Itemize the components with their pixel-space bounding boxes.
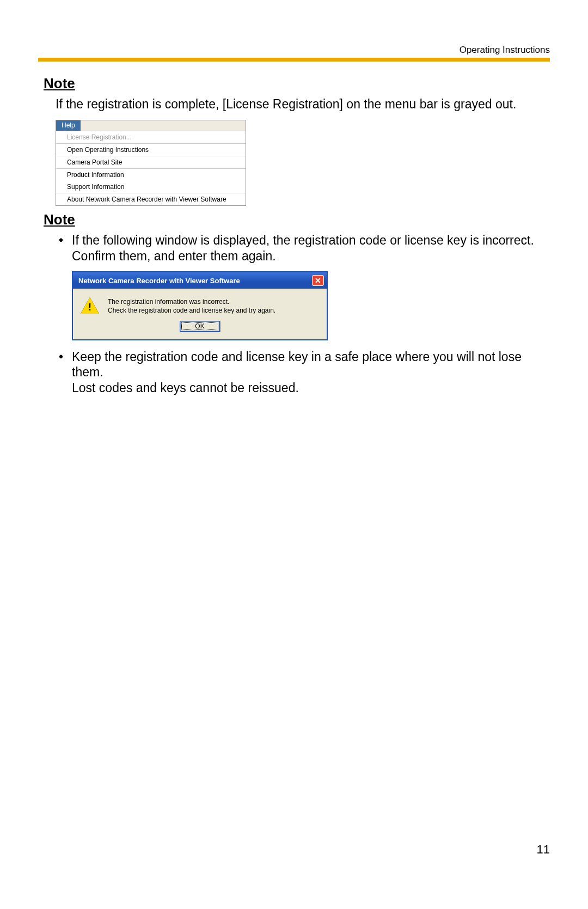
header-divider <box>38 58 550 62</box>
warning-bang: ! <box>88 302 91 313</box>
close-icon[interactable]: ✕ <box>312 275 324 286</box>
menu-bar-help[interactable]: Help <box>56 120 81 131</box>
menu-item-camera-portal[interactable]: Camera Portal Site <box>56 156 246 169</box>
note2-bullet-2: Keep the registration code and license k… <box>56 349 544 396</box>
menu-item-about[interactable]: About Network Camera Recorder with Viewe… <box>56 193 246 205</box>
error-dialog: Network Camera Recorder with Viewer Soft… <box>72 271 328 340</box>
dialog-message: The registration information was incorre… <box>108 297 275 315</box>
warning-icon: ! <box>81 297 99 314</box>
help-menu-dropdown: License Registration... Open Operating I… <box>56 131 246 205</box>
page-number: 11 <box>537 843 550 857</box>
note2-bullet-2-line2: Lost codes and keys cannot be reissued. <box>72 381 299 395</box>
header-section-title: Operating Instructions <box>460 45 550 56</box>
help-menu-screenshot: Help License Registration... Open Operat… <box>56 120 246 206</box>
note-heading-1: Note <box>44 75 544 92</box>
dialog-titlebar: Network Camera Recorder with Viewer Soft… <box>73 272 327 289</box>
menu-item-license-registration: License Registration... <box>56 131 246 144</box>
note1-text: If the registration is complete, [Licens… <box>56 96 544 112</box>
note2-bullet-2-line1: Keep the registration code and license k… <box>72 350 522 380</box>
ok-button[interactable]: OK <box>180 321 220 332</box>
menu-item-product-info[interactable]: Product Information <box>56 169 246 181</box>
menu-item-support-info[interactable]: Support Information <box>56 181 246 193</box>
dialog-line1: The registration information was incorre… <box>108 297 275 306</box>
menu-bar: Help <box>56 120 246 131</box>
dialog-line2: Check the registration code and license … <box>108 306 275 315</box>
note2-bullet-1: If the following window is displayed, th… <box>56 233 544 264</box>
note-heading-2: Note <box>44 211 544 228</box>
dialog-title: Network Camera Recorder with Viewer Soft… <box>78 277 240 285</box>
menu-item-open-instructions[interactable]: Open Operating Instructions <box>56 144 246 156</box>
